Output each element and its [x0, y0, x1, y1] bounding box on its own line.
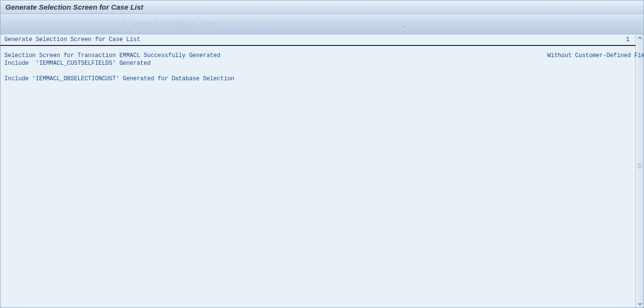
scroll-up-button[interactable]	[636, 34, 644, 42]
report-line-left: Include 'IEMMACL_DBSELECTIONCUST' Genera…	[4, 75, 234, 83]
report-header-row: Generate Selection Screen for Case List …	[0, 34, 635, 46]
window-title: Generate Selection Screen for Case List	[5, 3, 143, 11]
report-line-left: Selection Screen for Transaction EMMACL …	[4, 52, 220, 59]
report-line-left: Include 'IEMMACL_CUSTSELFIELDS' Generate…	[4, 59, 150, 67]
report-header-title: Generate Selection Screen for Case List	[4, 36, 140, 43]
content-container: Generate Selection Screen for Case List …	[0, 34, 644, 308]
report-line: Selection Screen for Transaction EMMACL …	[4, 52, 631, 59]
scroll-grip-icon	[637, 163, 642, 169]
report-body: Selection Screen for Transaction EMMACL …	[0, 46, 635, 87]
toolbar-area: © www.tutorialkart.com .	[0, 14, 644, 34]
report-line-right: Without Customer-Defined Fields	[547, 52, 644, 59]
chevron-down-icon	[638, 302, 642, 306]
watermark-text: © www.tutorialkart.com	[121, 18, 216, 29]
report-blank-line	[4, 67, 631, 75]
scroll-track[interactable]	[636, 42, 644, 300]
title-bar: Generate Selection Screen for Case List	[0, 0, 644, 14]
chevron-up-icon	[638, 36, 642, 40]
report-header-page: 1	[626, 36, 631, 43]
report-output: Generate Selection Screen for Case List …	[0, 34, 635, 308]
vertical-scrollbar[interactable]	[635, 34, 644, 308]
report-line: Include 'IEMMACL_DBSELECTIONCUST' Genera…	[4, 75, 631, 83]
toolbar-dot: .	[403, 21, 405, 29]
sap-window: Generate Selection Screen for Case List …	[0, 0, 644, 308]
report-line: Include 'IEMMACL_CUSTSELFIELDS' Generate…	[4, 59, 631, 67]
scroll-down-button[interactable]	[636, 300, 644, 308]
